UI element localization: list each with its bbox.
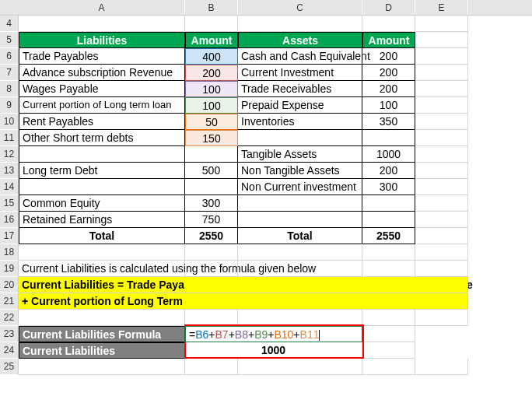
cell[interactable]: Non Current investment [238, 179, 362, 195]
cell[interactable]: 350 [362, 114, 415, 130]
cell[interactable] [238, 212, 362, 228]
cell-b6[interactable]: 400 [185, 48, 238, 65]
row-header[interactable]: 17 [0, 228, 19, 244]
cell[interactable]: 300 [362, 179, 415, 195]
cell[interactable] [415, 293, 468, 310]
cell[interactable] [415, 65, 468, 81]
cell[interactable] [415, 16, 468, 32]
col-header-d[interactable]: D [362, 0, 415, 15]
cell[interactable] [415, 261, 468, 277]
row-header[interactable]: 15 [0, 195, 19, 212]
cell[interactable] [415, 130, 468, 146]
cell[interactable] [238, 293, 362, 310]
cell[interactable] [185, 359, 238, 375]
row-header[interactable]: 19 [0, 261, 19, 277]
row-header[interactable]: 16 [0, 212, 19, 228]
row-header[interactable]: 20 [0, 277, 19, 293]
cell[interactable]: Current portion of Long term loan [19, 97, 185, 114]
cell[interactable]: Other Short term debts [19, 130, 185, 146]
cell[interactable]: Common Equity [19, 195, 185, 212]
cell[interactable]: 200 [362, 81, 415, 97]
cell[interactable] [415, 146, 468, 163]
cell[interactable] [19, 310, 185, 326]
row-header[interactable]: 6 [0, 48, 19, 65]
cell[interactable]: Current Investment [238, 65, 362, 81]
cell[interactable] [238, 130, 362, 146]
cell[interactable]: 200 [362, 163, 415, 179]
cell[interactable]: 1000 [362, 146, 415, 163]
cell[interactable] [238, 261, 362, 277]
cell[interactable] [19, 146, 185, 163]
cell[interactable] [185, 179, 238, 195]
formula-cell-editing[interactable]: =B6+B7+B8+B9+B10+B11 [185, 326, 362, 342]
cell[interactable] [415, 163, 468, 179]
cell[interactable]: 200 [362, 65, 415, 81]
row-header[interactable]: 12 [0, 146, 19, 163]
cell[interactable] [362, 130, 415, 146]
cell-b11[interactable]: 150 [185, 130, 238, 146]
row-header[interactable]: 22 [0, 310, 19, 326]
cell-b10[interactable]: 50 [185, 114, 238, 130]
cell[interactable] [362, 277, 415, 293]
total-label[interactable]: Total [19, 228, 185, 244]
cell[interactable]: 200 [362, 48, 415, 65]
formula-highlight-line1[interactable]: Current Liabilities = Trade Payables + A… [19, 277, 185, 293]
cell[interactable] [362, 212, 415, 228]
cell[interactable] [362, 195, 415, 212]
row-header[interactable]: 10 [0, 114, 19, 130]
table-header-amount[interactable]: Amount [185, 32, 238, 48]
cell[interactable] [238, 16, 362, 32]
cell[interactable]: Inventories [238, 114, 362, 130]
col-header-c[interactable]: C [238, 0, 362, 15]
total-assets[interactable]: 2550 [362, 228, 415, 244]
row-header[interactable]: 13 [0, 163, 19, 179]
cell[interactable] [185, 310, 238, 326]
cell-b9[interactable]: 100 [185, 97, 238, 114]
cell[interactable] [362, 342, 415, 359]
cell[interactable]: Tangible Assets [238, 146, 362, 163]
note-text[interactable]: Current Liabilities is calculated using … [19, 261, 185, 277]
cell[interactable] [185, 261, 238, 277]
cell[interactable]: Trade Receivables [238, 81, 362, 97]
cell[interactable] [362, 261, 415, 277]
cell[interactable]: Trade Payables [19, 48, 185, 65]
cell[interactable] [19, 179, 185, 195]
cell[interactable] [415, 48, 468, 65]
cell-b7[interactable]: 200 [185, 65, 238, 81]
row-header[interactable]: 7 [0, 65, 19, 81]
row-header[interactable]: 5 [0, 32, 19, 48]
cell[interactable] [415, 32, 468, 48]
cell[interactable] [238, 277, 362, 293]
row-header[interactable]: 18 [0, 244, 19, 261]
current-liabilities-label[interactable]: Current Liabilities [19, 342, 185, 359]
row-header[interactable]: 4 [0, 16, 19, 32]
cell[interactable] [415, 359, 468, 375]
table-header-liabilities[interactable]: Liabilities [19, 32, 185, 48]
current-liabilities-formula-label[interactable]: Current Liabilities Formula [19, 326, 185, 342]
cell[interactable] [238, 310, 362, 326]
cell[interactable]: 750 [185, 212, 238, 228]
cell[interactable] [185, 16, 238, 32]
cell[interactable]: Long term Debt [19, 163, 185, 179]
row-header[interactable]: 11 [0, 130, 19, 146]
cell[interactable]: 300 [185, 195, 238, 212]
row-header[interactable]: 9 [0, 97, 19, 114]
cell[interactable] [362, 326, 415, 342]
row-header[interactable]: 23 [0, 326, 19, 342]
row-header[interactable]: 8 [0, 81, 19, 97]
current-liabilities-value[interactable]: 1000 [185, 342, 362, 359]
cell[interactable] [238, 359, 362, 375]
col-header-e[interactable]: E [415, 0, 468, 15]
cell[interactable]: Cash and Cash Equivalent [238, 48, 362, 65]
cell[interactable] [185, 146, 238, 163]
cell[interactable] [415, 212, 468, 228]
cell[interactable] [362, 16, 415, 32]
cell[interactable]: Prepaid Expense [238, 97, 362, 114]
cell[interactable] [415, 244, 468, 261]
cell[interactable] [362, 310, 415, 326]
cell[interactable] [19, 244, 185, 261]
cell[interactable] [238, 195, 362, 212]
cell[interactable]: Rent Payables [19, 114, 185, 130]
cell[interactable] [415, 195, 468, 212]
row-header[interactable]: 14 [0, 179, 19, 195]
